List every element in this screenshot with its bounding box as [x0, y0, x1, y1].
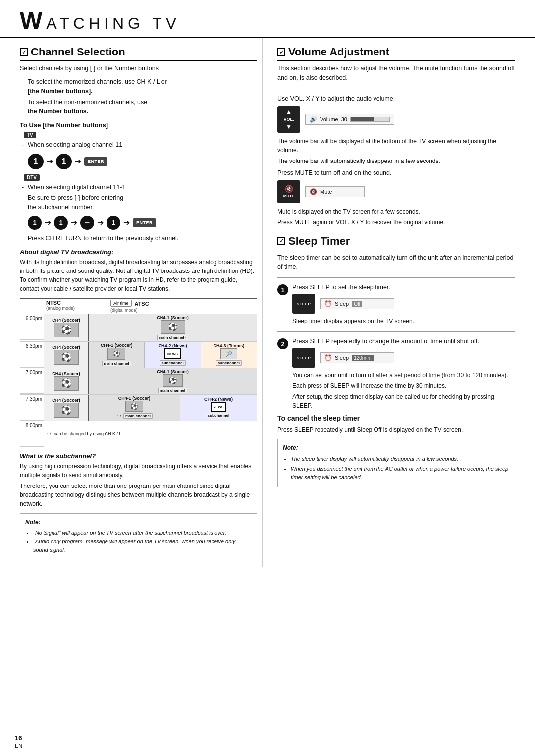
mute-icon: 🔇: [285, 185, 293, 193]
sleep-display-1: SLEEP ⏰ Sleep Off: [292, 294, 515, 314]
btn-d1-first: 1: [28, 216, 42, 230]
main-channel-label-4: main channel: [123, 413, 153, 419]
diagram-row-3: 7:00pm CH4 (Soccer) ⚽ CH4-1 (Soccer) ⚽ m…: [20, 368, 257, 395]
airtime-badge: Air time: [110, 300, 132, 307]
sleep-checkbox-icon: ✓: [277, 237, 285, 245]
ntsc-sublabel: (analog mode): [46, 306, 106, 311]
sleep-note-box: Note: The sleep timer display will autom…: [277, 439, 515, 487]
atsc-ch4-1-mid: CH4-1 (Soccer): [101, 343, 133, 348]
non-memorized-line: To select the non-memorized channels, us…: [28, 98, 257, 116]
subchannel-label-2: subchannel: [216, 360, 242, 366]
page-header: WATCHING TV: [0, 0, 535, 38]
sleep-note-item-1: The sleep timer display will automatical…: [291, 455, 510, 464]
sleep-step-2: 2 Press SLEEP repeatedly to change the a…: [277, 338, 515, 410]
diagram-row-2: 6:30pm CH4 (Soccer) ⚽ CH4-1 (Soccer) ⚽ m…: [20, 342, 257, 368]
step2-text: Press SLEEP repeatedly to change the amo…: [292, 338, 515, 345]
what-subchannel-title: What is the subchannel?: [20, 452, 257, 460]
use-number-title: To Use [the Number buttons]: [20, 121, 257, 129]
use-vol-text: Use VOL. X / Y to adjust the audio volum…: [277, 95, 515, 102]
ntsc-label: NTSC: [46, 300, 106, 306]
btn-1-second: 1: [56, 154, 72, 169]
atsc-ch4-3-mid: CH4-3 (Tennis): [213, 343, 244, 348]
sleep-intro: The sleep timer can be set to automatica…: [277, 253, 515, 272]
dtv-tag: DTV: [24, 174, 40, 181]
can-be-changed: can be changed by using CH K / L .: [54, 432, 124, 436]
mute-bar-display: 🔇 Mute: [305, 186, 365, 197]
arrow-2: ➔: [75, 157, 81, 166]
step1-body: Sleep timer display appears on the TV sc…: [292, 317, 515, 325]
main-content: ✓ Channel Selection Select channels by u…: [0, 38, 535, 567]
sleep-display-2: SLEEP ⏰ Sleep 120min.: [292, 348, 515, 368]
sleep-note-item-2: When you disconnect the unit from the AC…: [291, 465, 510, 482]
sleep-bar1-value: Off: [352, 301, 362, 307]
cancel-title: To cancel the sleep timer: [277, 414, 515, 422]
sleep-bar2-label: Sleep: [335, 355, 349, 361]
btn-1-first: 1: [28, 154, 44, 169]
diagram-row-4: 7:30pm CH4 (Soccer) ⚽ CH4-1 (Soccer) ⚽: [20, 395, 257, 421]
ntsc-ch4-1: CH4 (Soccer): [52, 318, 80, 323]
channel-note-item-1: "No Signal" will appear on the TV screen…: [33, 529, 252, 537]
step1-text: Press SLEEP to set the sleep timer.: [292, 284, 515, 291]
sleep-bar2-value: 120min.: [352, 355, 374, 361]
channel-note-list: "No Signal" will appear on the TV screen…: [25, 529, 252, 554]
digital-note: Be sure to press [-] before entering the…: [28, 193, 257, 212]
memorized-bold: [the Number buttons].: [28, 88, 93, 95]
main-channel-label-2: main channel: [102, 361, 131, 366]
volume-intro: This section describes how to adjust the…: [277, 64, 515, 83]
channel-selection-title: Channel Selection: [31, 46, 125, 58]
atsc-ch4-1-bot: CH4-1 (Soccer): [157, 369, 189, 374]
btn-d1-third: 1: [107, 216, 120, 230]
ch-return-text: Press CH RETURN to return to the previou…: [28, 234, 257, 243]
volume-checkbox-icon: ✓: [277, 48, 285, 56]
vol-bar-value: 30: [341, 116, 347, 122]
mute-button: 🔇 MUTE: [277, 180, 300, 203]
diagram-row-1: 6:00pm CH4 (Soccer) ⚽ CH4-1 (Soccer) ⚽ m…: [20, 314, 257, 342]
vol-divider-1: [277, 89, 515, 89]
sleep-divider-2: [277, 331, 515, 332]
title-rest: ATCHING TV: [46, 14, 180, 32]
cancel-body: Press SLEEP repeatedly until Sleep Off i…: [277, 425, 515, 434]
page-lang: EN: [15, 743, 22, 749]
vol-body2: The volume bar will automatically disapp…: [277, 157, 515, 165]
btn-dash: –: [80, 216, 94, 230]
sleep-title: Sleep Timer: [288, 235, 350, 248]
analog-label: When selecting analog channel 11: [28, 140, 257, 150]
mute-body1: Mute is displayed on the TV screen for a…: [277, 207, 515, 216]
atsc-sublabel: (digital mode): [110, 308, 255, 313]
step-1-num: 1: [277, 284, 288, 295]
vol-bar-label: Volume: [320, 116, 338, 122]
atsc-ch4-1-730: CH4-1 (Soccer): [118, 396, 151, 401]
channel-selection-heading: ✓ Channel Selection: [20, 46, 257, 61]
step-1-content: Press SLEEP to set the sleep timer. SLEE…: [292, 284, 515, 325]
vol-bar-fill: [351, 117, 374, 121]
vol-button: ▲ VOL. ▼: [277, 106, 300, 133]
subchannel-label-3: subchannel: [206, 413, 231, 418]
sleep-step-1: 1 Press SLEEP to set the sleep timer. SL…: [277, 284, 515, 325]
mute-body2: Press MUTE again or VOL. X / Y to recove…: [277, 218, 515, 227]
mute-btn-label: MUTE: [283, 194, 295, 198]
left-column: ✓ Channel Selection Select channels by u…: [15, 38, 263, 567]
ntsc-ch4-2: CH4 (Soccer): [52, 345, 80, 350]
page-footer: 16 EN: [15, 734, 22, 749]
step2-body1: You can set your unit to turn off after …: [292, 371, 515, 379]
btn-enter-digital: ENTER: [133, 218, 156, 227]
channel-intro: Select channels by using [ ] or the Numb…: [20, 64, 257, 73]
section-checkbox-icon: ✓: [20, 48, 28, 56]
channel-note-box: Note: "No Signal" will appear on the TV …: [20, 513, 257, 560]
channel-note-title: Note:: [25, 518, 252, 527]
arrow-d3: ➔: [97, 218, 104, 227]
diagram-row-5: 8:00pm ↔ can be changed by using CH K / …: [20, 421, 257, 447]
atsc-label: ATSC: [135, 301, 149, 307]
channel-note-item-2: "Audio only program" message will appear…: [33, 538, 252, 554]
tv-tag: TV: [24, 132, 36, 138]
vol-btn-label: VOL.: [284, 117, 294, 122]
memorized-line: To select the memorized channels, use CH…: [28, 77, 257, 96]
sleep-divider-1: [277, 277, 515, 278]
about-digital-body: With its high definition broadcast, digi…: [20, 258, 257, 293]
page-title: WATCHING TV: [20, 9, 515, 33]
subchannel-body1: By using high compression technology, di…: [20, 462, 257, 480]
non-memorized-bold: the Number buttons.: [28, 108, 88, 115]
ntsc-ch4-4: CH4 (Soccer): [52, 398, 80, 403]
sleep-btn-2: SLEEP: [292, 348, 315, 368]
sleep-note-list: The sleep timer display will automatical…: [283, 455, 510, 482]
